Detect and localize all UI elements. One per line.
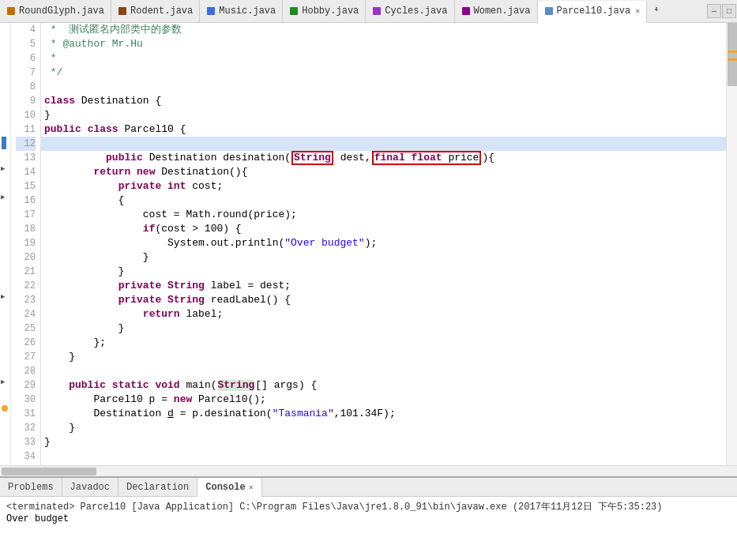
line-num: 16 <box>16 194 36 208</box>
tab-label: Parcel10.java <box>557 6 631 17</box>
code-line-22: private String label = dest; <box>41 279 726 293</box>
tab-declaration[interactable]: Declaration <box>118 478 197 497</box>
line-num: 13 <box>16 151 36 165</box>
tab-roundglyph[interactable]: RoundGlyph.java <box>0 0 111 22</box>
code-line-20: } <box>41 250 726 265</box>
code-line-17: cost = Math.round(price); <box>41 208 726 222</box>
code-line-15: private int cost; <box>41 179 726 194</box>
tab-label: Music.java <box>219 6 276 17</box>
line-16-arrow: ▶ <box>1 193 5 201</box>
close-icon[interactable]: ✕ <box>635 6 640 16</box>
tab-javadoc[interactable]: Javadoc <box>62 478 118 497</box>
line-num: 10 <box>16 108 36 122</box>
vertical-scrollbar[interactable] <box>726 23 737 465</box>
tab-label: Women.java <box>474 6 531 17</box>
horizontal-scrollbar[interactable] <box>0 465 737 476</box>
line-num: 11 <box>16 122 36 137</box>
tab-women[interactable]: Women.java <box>455 0 538 22</box>
code-line-18: if(cost > 100) { <box>41 222 726 236</box>
line-num: 12 <box>16 137 36 151</box>
code-line-25: } <box>41 321 726 336</box>
h-scroll-thumb[interactable] <box>2 468 96 475</box>
code-line-16: { <box>41 194 726 208</box>
tab-overflow[interactable]: ⁴ <box>647 2 665 21</box>
tab-console-label: Console <box>205 482 245 493</box>
code-line-5: * @author Mr.Hu <box>41 37 726 51</box>
code-line-21: } <box>41 265 726 279</box>
code-line-32: } <box>41 421 726 435</box>
line-num: 30 <box>16 393 36 407</box>
code-line-12: public Destination desination(String des… <box>41 137 726 151</box>
svg-rect-6 <box>545 7 553 15</box>
svg-rect-0 <box>7 7 15 15</box>
tab-console-close[interactable]: ✕ <box>249 483 254 492</box>
line-num: 25 <box>16 321 36 336</box>
scrollbar-thumb[interactable] <box>728 23 737 86</box>
java-icon <box>6 6 16 16</box>
console-output-line: Over budget <box>6 513 731 524</box>
code-line-9: class Destination { <box>41 94 726 108</box>
code-line-34 <box>41 449 726 464</box>
tab-cycles[interactable]: Cycles.java <box>366 0 454 22</box>
code-line-31: Destination d = p.desination("Tasmania",… <box>41 407 726 421</box>
tab-music[interactable]: Music.java <box>200 0 283 22</box>
code-line-4: * 测试匿名内部类中的参数 <box>41 23 726 37</box>
scrollbar-marker-1 <box>728 51 737 53</box>
tab-hobby[interactable]: Hobby.java <box>283 0 366 22</box>
line-num: 17 <box>16 208 36 222</box>
bottom-tab-bar: Problems Javadoc Declaration Console ✕ <box>0 478 737 497</box>
line-num: 5 <box>16 37 36 51</box>
java-icon-4 <box>289 6 299 16</box>
code-line-27: } <box>41 350 726 364</box>
code-line-28 <box>41 364 726 378</box>
line-num: 14 <box>16 165 36 179</box>
line-numbers: 4 5 6 7 8 9 10 11 12 13 14 15 16 17 18 1… <box>11 23 41 465</box>
line-num: 29 <box>16 378 36 393</box>
line-14-arrow: ▶ <box>1 164 5 173</box>
line-num: 31 <box>16 407 36 421</box>
line-num: 20 <box>16 250 36 265</box>
line-num: 9 <box>16 94 36 108</box>
window-controls: — □ <box>707 4 737 18</box>
svg-rect-2 <box>207 7 215 15</box>
maximize-button[interactable]: □ <box>722 4 736 18</box>
tab-console[interactable]: Console ✕ <box>197 478 261 497</box>
code-line-26: }; <box>41 336 726 350</box>
code-line-7: */ <box>41 66 726 80</box>
tab-parcel10[interactable]: Parcel10.java ✕ <box>538 1 648 23</box>
line-31-warning <box>2 405 8 412</box>
svg-rect-3 <box>290 7 298 15</box>
svg-rect-1 <box>118 7 126 15</box>
line-29-arrow: ▶ <box>1 378 5 386</box>
console-output-area: <terminated> Parcel10 [Java Application]… <box>0 497 737 560</box>
editor-container: ▶ ▶ ▶ ▶ 4 5 6 7 8 9 10 11 12 13 14 15 16… <box>0 23 737 465</box>
tab-declaration-label: Declaration <box>126 482 189 493</box>
line-12-indicator <box>2 137 6 149</box>
code-line-10: } <box>41 108 726 122</box>
tab-problems[interactable]: Problems <box>0 478 62 497</box>
svg-rect-4 <box>373 7 381 15</box>
line-23-arrow: ▶ <box>1 292 5 301</box>
code-line-11: public class Parcel10 { <box>41 122 726 137</box>
line-num: 24 <box>16 307 36 321</box>
line-num: 7 <box>16 66 36 80</box>
tab-label: Hobby.java <box>302 6 359 17</box>
tab-label: Cycles.java <box>385 6 447 17</box>
line-num: 26 <box>16 336 36 350</box>
line-num: 4 <box>16 23 36 37</box>
java-icon-7 <box>544 6 554 16</box>
code-line-19: System.out.println("Over budget"); <box>41 236 726 250</box>
tab-problems-label: Problems <box>8 482 54 493</box>
minimize-button[interactable]: — <box>707 4 721 18</box>
java-icon-6 <box>461 6 471 16</box>
left-gutter: ▶ ▶ ▶ ▶ <box>0 23 11 465</box>
bottom-panel: Problems Javadoc Declaration Console ✕ <… <box>0 476 737 560</box>
tab-rodent[interactable]: Rodent.java <box>111 0 200 22</box>
java-icon-2 <box>118 6 127 16</box>
line-num: 22 <box>16 279 36 293</box>
line-num: 19 <box>16 236 36 250</box>
code-area[interactable]: * 测试匿名内部类中的参数 * @author Mr.Hu * */ class… <box>41 23 726 465</box>
line-num: 21 <box>16 265 36 279</box>
line-num: 6 <box>16 51 36 66</box>
tab-label: Rodent.java <box>130 6 193 17</box>
